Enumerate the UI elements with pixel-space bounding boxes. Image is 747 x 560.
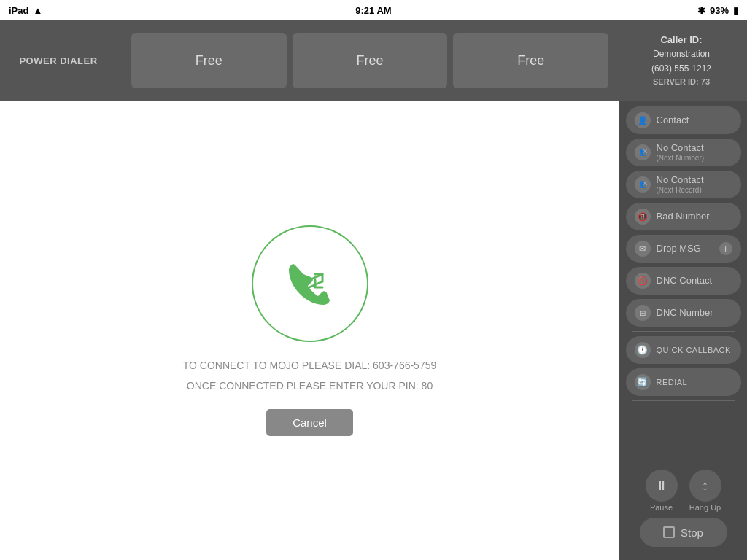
sidebar: 👤 Contact 👤✕ No Contact (Next Number) 👤✕… — [619, 101, 747, 560]
channel-3-button[interactable]: Free — [453, 33, 608, 88]
drop-msg-label: Drop MSG — [657, 243, 713, 254]
dnc-contact-button[interactable]: 🚫 DNC Contact — [626, 267, 741, 295]
sidebar-divider-2 — [632, 400, 735, 401]
caller-id-panel: Caller ID: Demonstration (603) 555-1212 … — [623, 33, 747, 89]
no-contact-record-button[interactable]: 👤✕ No Contact (Next Record) — [626, 171, 741, 198]
cancel-button[interactable]: Cancel — [266, 409, 353, 436]
battery-icon: ▮ — [733, 5, 738, 16]
pause-col: ⏸ Pause — [646, 470, 678, 512]
device-label: iPad — [9, 5, 28, 16]
bottom-controls: ⏸ Pause ↕ Hang Up Stop — [640, 470, 727, 554]
stop-checkbox — [663, 526, 675, 538]
status-right: ✱ 93% ▮ — [697, 5, 738, 16]
channel-1-button[interactable]: Free — [131, 33, 287, 88]
server-id: SERVER ID: 73 — [623, 76, 740, 89]
stop-label: Stop — [681, 526, 703, 539]
drop-msg-plus: + — [719, 242, 732, 255]
contact-label: Contact — [657, 114, 732, 126]
contact-icon: 👤 — [635, 112, 651, 128]
redial-button[interactable]: 🔄 REDIAL — [626, 368, 741, 396]
dnc-number-label: DNC Number — [657, 307, 732, 319]
no-contact-record-icon: 👤✕ — [635, 176, 651, 192]
channel-2-button[interactable]: Free — [293, 33, 448, 88]
wifi-icon: ▲ — [33, 5, 42, 16]
no-contact-number-button[interactable]: 👤✕ No Contact (Next Number) — [626, 139, 741, 166]
dnc-contact-label: DNC Contact — [657, 275, 732, 287]
hangup-button[interactable]: ↕ — [689, 470, 721, 502]
stop-button[interactable]: Stop — [640, 518, 727, 547]
status-time: 9:21 AM — [355, 5, 391, 16]
status-bar: iPad ▲ 9:21 AM ✱ 93% ▮ — [0, 0, 747, 20]
bad-number-icon: 📵 — [635, 209, 651, 225]
quick-callback-button[interactable]: 🕐 QUICK CALLBACK — [626, 336, 741, 364]
caller-id-name: Demonstration — [623, 47, 740, 61]
redial-icon: 🔄 — [635, 374, 651, 390]
status-left: iPad ▲ — [9, 5, 42, 16]
battery-level: 93% — [710, 5, 729, 16]
drop-msg-icon: ✉ — [635, 241, 651, 257]
no-contact-number-icon: 👤✕ — [635, 144, 651, 160]
dnc-number-icon: ⊞ — [635, 305, 651, 321]
phone-transfer-icon — [277, 251, 343, 316]
phone-circle — [252, 225, 368, 342]
hangup-col: ↕ Hang Up — [689, 470, 721, 512]
pause-hangup-row: ⏸ Pause ↕ Hang Up — [646, 470, 721, 512]
quick-callback-icon: 🕐 — [635, 342, 651, 358]
no-contact-record-label: No Contact (Next Record) — [657, 174, 732, 195]
contact-button[interactable]: 👤 Contact — [626, 106, 741, 134]
connect-line-2: ONCE CONNECTED PLEASE ENTER YOUR PIN: 80 — [183, 376, 437, 396]
caller-id-title: Caller ID: — [623, 33, 740, 48]
connect-instructions: TO CONNECT TO MOJO PLEASE DIAL: 603-766-… — [183, 355, 437, 396]
header-bar: POWER DIALER Free Free Free Caller ID: D… — [0, 20, 747, 101]
power-dialer-label: POWER DIALER — [0, 55, 117, 66]
quick-callback-label: QUICK CALLBACK — [657, 346, 731, 354]
bad-number-label: Bad Number — [657, 211, 732, 222]
caller-id-number: (603) 555-1212 — [623, 62, 740, 76]
pause-label: Pause — [650, 503, 673, 512]
pause-button[interactable]: ⏸ — [646, 470, 678, 502]
hangup-label: Hang Up — [689, 503, 721, 512]
bad-number-button[interactable]: 📵 Bad Number — [626, 203, 741, 230]
redial-label: REDIAL — [657, 378, 688, 386]
dnc-contact-icon: 🚫 — [635, 273, 651, 289]
drop-msg-button[interactable]: ✉ Drop MSG + — [626, 235, 741, 262]
main-area: TO CONNECT TO MOJO PLEASE DIAL: 603-766-… — [0, 101, 619, 560]
connect-line-1: TO CONNECT TO MOJO PLEASE DIAL: 603-766-… — [183, 355, 437, 376]
no-contact-number-label: No Contact (Next Number) — [657, 142, 732, 163]
channel-buttons: Free Free Free — [117, 33, 623, 88]
dnc-number-button[interactable]: ⊞ DNC Number — [626, 299, 741, 327]
bluetooth-icon: ✱ — [697, 5, 705, 16]
sidebar-divider-1 — [632, 331, 735, 332]
